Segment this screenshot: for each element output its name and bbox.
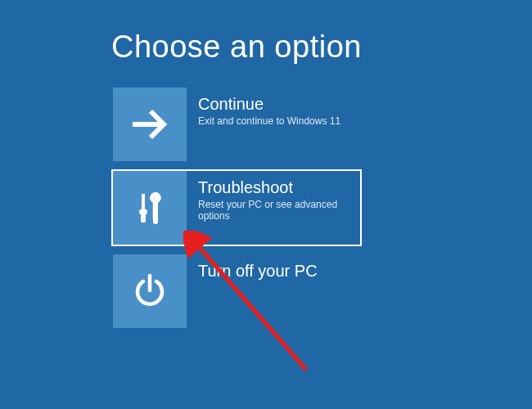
option-text: Turn off your PC xyxy=(187,254,360,281)
option-desc: Exit and continue to Windows 11 xyxy=(198,115,352,127)
option-title: Turn off your PC xyxy=(198,261,352,281)
page-title: Choose an option xyxy=(111,29,532,65)
option-troubleshoot[interactable]: Troubleshoot Reset your PC or see advanc… xyxy=(111,169,362,246)
option-title: Troubleshoot xyxy=(198,178,352,197)
tools-icon xyxy=(113,171,187,245)
option-text: Troubleshoot Reset your PC or see advanc… xyxy=(187,171,360,222)
power-icon xyxy=(113,254,187,328)
option-title: Continue xyxy=(198,94,352,114)
option-desc: Reset your PC or see advanced options xyxy=(198,199,352,222)
svg-rect-6 xyxy=(140,209,147,213)
svg-rect-5 xyxy=(142,194,145,209)
options-list: Continue Exit and continue to Windows 11 xyxy=(111,86,532,330)
svg-rect-7 xyxy=(141,213,146,222)
arrow-right-icon xyxy=(113,88,187,161)
recovery-options-screen: Choose an option Continue Exit and conti… xyxy=(0,0,532,330)
option-continue[interactable]: Continue Exit and continue to Windows 11 xyxy=(111,86,362,163)
option-text: Continue Exit and continue to Windows 11 xyxy=(187,88,360,127)
option-turn-off[interactable]: Turn off your PC xyxy=(111,253,362,330)
